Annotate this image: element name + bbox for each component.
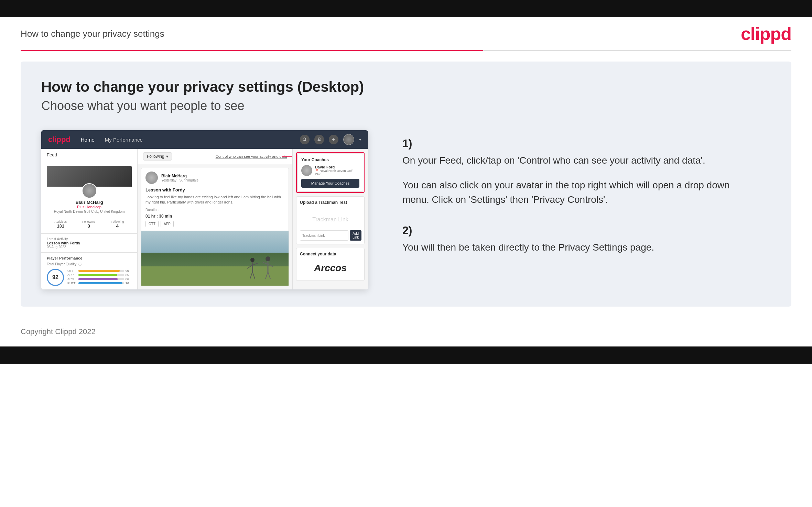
activities-stat: Activities 131 [54, 220, 67, 229]
footer: Copyright Clippd 2022 [0, 317, 812, 346]
followers-label: Followers [82, 220, 96, 223]
feed-header-container: Following ▾ Control who can see your act… [138, 149, 292, 164]
main-subheading: Choose what you want people to see [41, 99, 771, 113]
followers-stat: Followers 3 [82, 220, 96, 229]
top-black-bar [0, 0, 812, 17]
user-icon[interactable] [314, 135, 324, 144]
app-navbar: clippd Home My Performance [41, 130, 368, 149]
clippd-logo: clippd [741, 23, 791, 44]
right-sidebar: Your Coaches David Ford 📍 Royal North De… [292, 149, 368, 289]
quality-bars: OTT 90 APP 85 ARG [67, 269, 132, 286]
step-2-num: 2) [402, 224, 757, 237]
following-label: Following [111, 220, 124, 223]
arccos-logo: Arccos [300, 259, 361, 277]
user-handicap: Plus Handicap [47, 205, 132, 209]
feed-post: Blair McHarg Yesterday · Sunningdale Les… [141, 168, 289, 286]
quality-score: 92 [47, 269, 64, 286]
svg-line-14 [268, 272, 270, 279]
manage-coaches-button[interactable]: Manage Your Coaches [301, 179, 359, 188]
svg-line-1 [305, 140, 306, 141]
step-1-text1: On your Feed, click/tap on 'Control who … [402, 153, 757, 168]
step-2-text: You will then be taken directly to the P… [402, 240, 757, 255]
nav-my-performance[interactable]: My Performance [105, 137, 143, 143]
add-link-button[interactable]: Add Link [350, 230, 361, 241]
coach-name: David Ford [315, 165, 359, 169]
golfer-figures [244, 255, 278, 282]
connect-title: Connect your data [300, 252, 361, 256]
plus-icon[interactable]: + [329, 135, 338, 144]
user-avatar [82, 183, 97, 198]
header-divider [21, 50, 791, 51]
user-name: Blair McHarg [47, 200, 132, 205]
nav-home[interactable]: Home [81, 137, 95, 143]
coaches-highlight-box: Your Coaches David Ford 📍 Royal North De… [296, 152, 365, 193]
bar-arg: ARG 86 [67, 277, 132, 281]
svg-line-8 [252, 272, 255, 279]
coaches-section: Your Coaches David Ford 📍 Royal North De… [297, 154, 363, 191]
main-heading: How to change your privacy settings (Des… [41, 79, 771, 95]
trackman-input-row: Add Link [300, 230, 361, 241]
latest-activity-value: Lesson with Fordy [47, 241, 132, 245]
post-user-name: Blair McHarg [161, 174, 198, 178]
page-title: How to change your privacy settings [21, 29, 164, 39]
copyright-text: Copyright Clippd 2022 [21, 327, 96, 336]
connect-section: Connect your data Arccos [296, 248, 365, 281]
coaches-title: Your Coaches [301, 157, 359, 162]
activities-value: 131 [54, 223, 67, 229]
bar-app: APP 85 [67, 273, 132, 277]
app-body: Feed Blair McHarg Plus Handicap Royal No… [41, 149, 368, 289]
coach-info: David Ford 📍 Royal North Devon Golf Club [315, 165, 359, 176]
user-stats: Activities 131 Followers 3 Following 4 [47, 217, 132, 229]
latest-activity-date: 03 Aug 2022 [47, 245, 132, 249]
trackman-section: Upload a Trackman Test Trackman Link Add… [296, 196, 365, 244]
svg-line-5 [247, 265, 252, 268]
content-row: clippd Home My Performance [41, 130, 771, 289]
svg-point-9 [266, 256, 270, 261]
annotation-line [282, 156, 292, 157]
avatar-dropdown-arrow[interactable]: ▾ [359, 137, 361, 142]
nav-icons: + ▾ [300, 134, 361, 145]
post-meta: Yesterday · Sunningdale [161, 178, 198, 182]
trackman-input[interactable] [300, 230, 348, 241]
coach-item: David Ford 📍 Royal North Devon Golf Club [301, 165, 359, 176]
svg-line-6 [252, 263, 258, 265]
post-user-info: Blair McHarg Yesterday · Sunningdale [161, 174, 198, 182]
app-screenshot: clippd Home My Performance [41, 130, 368, 289]
page-header: How to change your privacy settings clip… [0, 17, 812, 50]
player-performance: Player Performance Total Player Quality … [41, 253, 137, 289]
following-stat: Following 4 [111, 220, 124, 229]
quality-row: 92 OTT 90 APP 85 [47, 269, 132, 286]
latest-activity: Latest Activity Lesson with Fordy 03 Aug… [41, 234, 137, 253]
search-icon[interactable] [300, 135, 310, 144]
user-avatar-nav[interactable] [343, 134, 354, 145]
svg-line-7 [250, 272, 252, 279]
latest-activity-label: Latest Activity [47, 237, 132, 241]
svg-point-2 [318, 138, 320, 140]
center-feed: Following ▾ Control who can see your act… [138, 149, 292, 289]
post-avatar [145, 172, 158, 184]
followers-value: 3 [82, 223, 96, 229]
svg-point-3 [250, 258, 255, 262]
bottom-black-bar [0, 346, 812, 364]
svg-line-13 [266, 272, 268, 279]
control-link[interactable]: Control who can see your activity and da… [216, 154, 287, 158]
user-card: Blair McHarg Plus Handicap Royal North D… [41, 161, 137, 234]
svg-line-11 [263, 262, 268, 264]
quality-label: Total Player Quality ⓘ [47, 262, 132, 267]
svg-line-12 [268, 264, 273, 267]
following-button[interactable]: Following ▾ [143, 152, 172, 161]
feed-panel: Feed Blair McHarg Plus Handicap Royal No… [41, 149, 138, 289]
post-image [141, 231, 289, 286]
perf-title: Player Performance [47, 256, 132, 260]
post-duration-label: Duration [141, 208, 289, 214]
badge-ott: OTT [145, 221, 159, 227]
bar-putt: PUTT 96 [67, 282, 132, 285]
coach-club: 📍 Royal North Devon Golf Club [315, 169, 359, 176]
feed-tab[interactable]: Feed [41, 149, 137, 161]
bar-ott: OTT 90 [67, 269, 132, 273]
feed-header: Following ▾ Control who can see your act… [138, 149, 292, 164]
post-badges: OTT APP [141, 221, 289, 231]
trackman-placeholder: Trackman Link [300, 208, 361, 230]
instruction-step-1: 1) On your Feed, click/tap on 'Control w… [402, 137, 757, 207]
instruction-step-2: 2) You will then be taken directly to th… [402, 224, 757, 255]
